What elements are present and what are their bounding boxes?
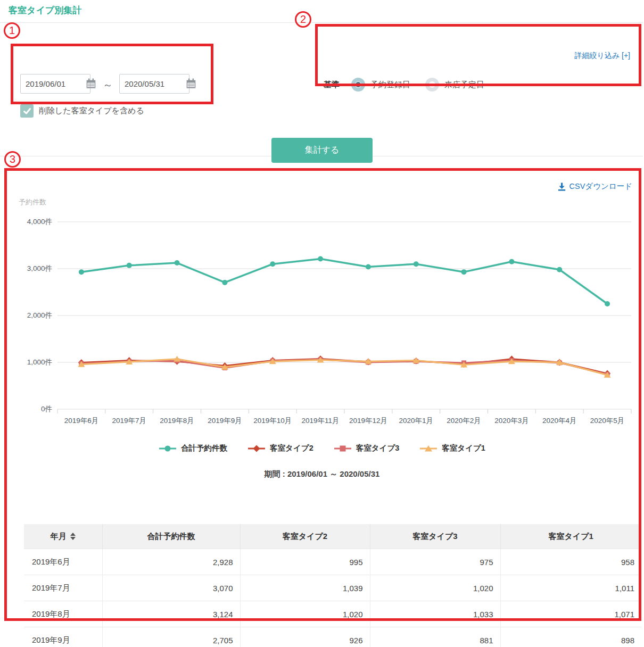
y-axis-title: 予約件数: [19, 197, 46, 207]
y-tick-label: 3,000件: [0, 264, 52, 273]
radio-reservation-date[interactable]: [351, 78, 365, 92]
table-cell-month: 2019年6月: [24, 549, 102, 575]
legend-label: 客室タイプ3: [356, 443, 400, 453]
x-tick-label: 2020年5月: [583, 416, 631, 426]
radio-visit-date[interactable]: [425, 78, 439, 92]
table-cell-value: 926: [240, 627, 370, 647]
criteria-row: 基準 予約登録日 来店予定日: [324, 78, 499, 92]
include-deleted-checkbox[interactable]: [20, 104, 34, 118]
table-row: 2019年9月2,705926881898: [24, 627, 641, 647]
radio-reservation-date-label[interactable]: 予約登録日: [370, 80, 410, 90]
legend-item: 合計予約件数: [159, 443, 227, 453]
download-icon: [557, 182, 566, 191]
radio-dot: [430, 82, 435, 87]
column-header-type2: 客室タイプ2: [240, 524, 370, 549]
sort-icon[interactable]: [70, 533, 76, 540]
table-cell-month: 2019年8月: [24, 601, 102, 627]
legend-marker-icon: [334, 444, 352, 453]
y-tick-label: 1,000件: [0, 358, 52, 367]
x-tick-label: 2019年7月: [105, 416, 153, 426]
radio-dot: [356, 82, 361, 87]
table-cell-value: 975: [370, 549, 500, 575]
table-cell-value: 1,071: [500, 601, 641, 627]
x-tick-label: 2020年4月: [535, 416, 583, 426]
table-cell-value: 881: [370, 627, 500, 647]
detail-filter-link[interactable]: 詳細絞り込み [+]: [574, 51, 630, 61]
date-from-input[interactable]: [20, 74, 90, 94]
table-cell-month: 2019年9月: [24, 627, 102, 647]
x-tick-label: 2019年6月: [57, 416, 105, 426]
summary-table: 年月 合計予約件数 客室タイプ2 客室タイプ3 客室タイプ1 2019年6月2,…: [24, 524, 641, 647]
y-tick-label: 4,000件: [0, 217, 52, 227]
period-text: 期間 : 2019/06/01 ～ 2020/05/31: [0, 469, 644, 479]
legend-item: 客室タイプ1: [419, 443, 485, 453]
page-title: 客室タイプ別集計: [9, 4, 81, 16]
legend-marker-icon: [419, 444, 437, 453]
table-cell-value: 3,070: [102, 575, 240, 601]
legend-marker-icon: [159, 444, 177, 453]
column-header-type3: 客室タイプ3: [370, 524, 500, 549]
table-cell-value: 958: [500, 549, 641, 575]
x-tick-label: 2019年12月: [344, 416, 392, 426]
table-cell-value: 1,020: [370, 575, 500, 601]
table-cell-value: 1,033: [370, 601, 500, 627]
legend-label: 合計予約件数: [181, 443, 227, 453]
aggregate-button[interactable]: 集計する: [271, 138, 373, 163]
legend-label: 客室タイプ1: [442, 443, 485, 453]
column-header-month[interactable]: 年月: [24, 524, 102, 549]
x-tick-label: 2020年3月: [488, 416, 536, 426]
table-cell-value: 2,705: [102, 627, 240, 647]
csv-download-link[interactable]: CSVダウンロード: [557, 181, 632, 192]
x-tick-label: 2019年9月: [201, 416, 249, 426]
x-tick-label: 2019年11月: [296, 416, 344, 426]
legend-marker-icon: [247, 444, 266, 453]
table-cell-value: 1,039: [240, 575, 370, 601]
table-cell-value: 898: [500, 627, 641, 647]
column-header-month-label: 年月: [51, 532, 67, 542]
table-row: 2019年7月3,0701,0391,0201,011: [24, 575, 641, 601]
table-row: 2019年6月2,928995975958: [24, 549, 641, 575]
y-tick-label: 0件: [0, 404, 52, 414]
table-cell-value: 1,011: [500, 575, 641, 601]
table-cell-value: 1,020: [240, 601, 370, 627]
y-tick-label: 2,000件: [0, 311, 52, 320]
table-cell-value: 3,124: [102, 601, 240, 627]
page: 客室タイプ別集計 ～ 削除した客室タイプを含める 詳細絞り込み [+]: [0, 0, 644, 647]
table-cell-month: 2019年7月: [24, 575, 102, 601]
csv-link-label: CSVダウンロード: [569, 181, 632, 192]
column-header-total: 合計予約件数: [102, 524, 240, 549]
table-cell-value: 2,928: [102, 549, 240, 575]
x-tick-label: 2019年10月: [249, 416, 296, 426]
table-header-row: 年月 合計予約件数 客室タイプ2 客室タイプ3 客室タイプ1: [24, 524, 641, 549]
criteria-label: 基準: [324, 80, 340, 90]
calendar-icon-from[interactable]: [85, 78, 97, 89]
x-tick-label: 2020年1月: [392, 416, 440, 426]
date-range-separator: ～: [103, 78, 113, 92]
legend-item: 客室タイプ3: [334, 443, 400, 453]
x-tick-label: 2019年8月: [153, 416, 201, 426]
legend-item: 客室タイプ2: [247, 443, 313, 453]
date-to-input[interactable]: [119, 74, 189, 94]
filter-panel: ～ 削除した客室タイプを含める 詳細絞り込み [+] 基準 予約登録日 来店予定…: [0, 22, 643, 156]
include-deleted-checkbox-row[interactable]: 削除した客室タイプを含める: [20, 104, 144, 118]
table-cell-value: 995: [240, 549, 370, 575]
legend-label: 客室タイプ2: [270, 443, 313, 453]
calendar-icon-to[interactable]: [185, 78, 197, 89]
radio-visit-date-label[interactable]: 来店予定日: [444, 80, 484, 90]
x-tick-label: 2020年2月: [440, 416, 488, 426]
column-header-type1: 客室タイプ1: [500, 524, 641, 549]
chart-legend: 合計予約件数客室タイプ2客室タイプ3客室タイプ1: [0, 443, 644, 453]
check-icon: [23, 107, 31, 115]
include-deleted-label: 削除した客室タイプを含める: [39, 106, 144, 116]
table-row: 2019年8月3,1241,0201,0331,071: [24, 601, 641, 627]
